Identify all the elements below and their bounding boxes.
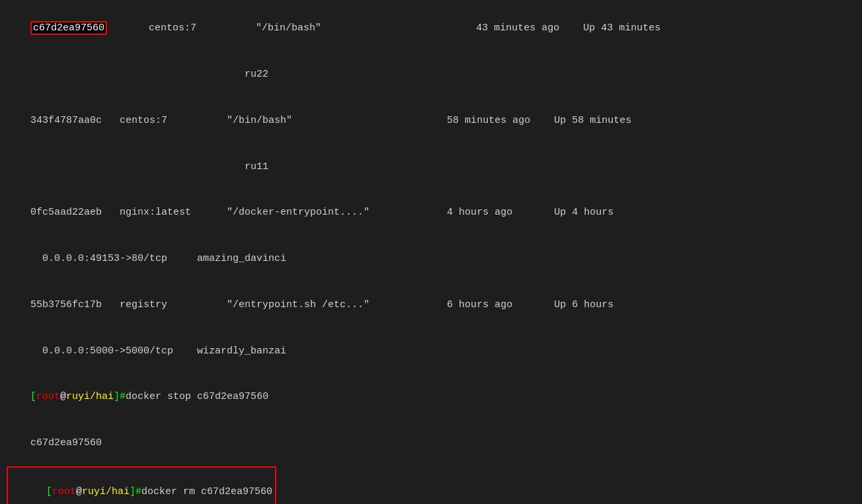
row-ports: 0.0.0.0:5000->5000/tcp wizardly_banzai	[30, 345, 286, 357]
boxed-container-id: c67d2ea97560	[30, 21, 107, 35]
table-row-indent: 0.0.0.0:5000->5000/tcp wizardly_banzai	[7, 328, 855, 374]
table-row: 343f4787aa0c centos:7 "/bin/bash" 58 min…	[7, 98, 855, 144]
prompt: [root@ruyi/hai]#	[30, 391, 126, 402]
row-content: 55b3756fc17b registry "/entrypoint.sh /e…	[30, 299, 613, 310]
row-ports: 0.0.0.0:49153->80/tcp amazing_davinci	[30, 253, 286, 264]
table-row-indent: ru11	[7, 143, 855, 190]
row-content: 0fc5aad22aeb nginx:latest "/docker-entry…	[30, 207, 613, 218]
table-row: 0fc5aad22aeb nginx:latest "/docker-entry…	[7, 190, 855, 236]
prompt-line: [root@ruyi/hai]#docker stop c67d2ea97560	[7, 374, 855, 420]
row-name: ru22	[30, 69, 268, 80]
row-name: ru11	[30, 161, 268, 172]
table-row-indent: ru22	[7, 52, 855, 98]
boxed-rm-section: [root@ruyi/hai]#docker rm c67d2ea97560 c…	[7, 466, 276, 505]
table-row: c67d2ea97560 centos:7 "/bin/bash" 43 min…	[7, 5, 855, 52]
row-content: centos:7 "/bin/bash" 43 minutes ago Up 4…	[107, 22, 660, 34]
prompt-line: [root@ruyi/hai]#docker rm c67d2ea97560	[11, 469, 272, 505]
table-row-indent: 0.0.0.0:49153->80/tcp amazing_davinci	[7, 236, 855, 282]
table-row: 55b3756fc17b registry "/entrypoint.sh /e…	[7, 282, 855, 328]
command-text: docker rm c67d2ea97560	[141, 486, 272, 497]
row-content: 343f4787aa0c centos:7 "/bin/bash" 58 min…	[30, 115, 631, 126]
prompt: [root@ruyi/hai]#	[46, 486, 141, 497]
command-text: docker stop c67d2ea97560	[126, 391, 268, 402]
command-output: c67d2ea97560	[7, 420, 855, 466]
terminal-container: c67d2ea97560 centos:7 "/bin/bash" 43 min…	[7, 5, 855, 504]
